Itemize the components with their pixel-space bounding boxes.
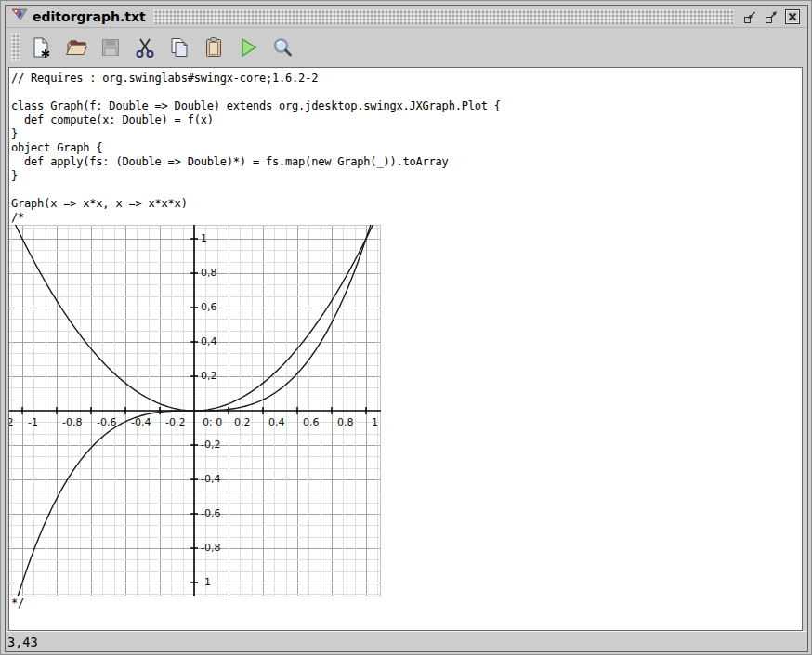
svg-text:-0,6: -0,6: [97, 416, 116, 428]
svg-text:-0,2: -0,2: [201, 439, 220, 451]
titlebar-texture[interactable]: [153, 9, 734, 24]
code-line: }: [11, 169, 802, 183]
toolbar: [6, 28, 807, 67]
app-icon: [10, 7, 29, 26]
paste-icon: [203, 36, 224, 59]
open-folder-icon: [65, 36, 88, 59]
copy-icon: [168, 36, 190, 59]
code-block-top: // Requires : org.swinglabs#swingx-core;…: [9, 68, 802, 225]
code-line: // Requires : org.swinglabs#swingx-core;…: [11, 72, 802, 85]
svg-text:-0,8: -0,8: [201, 542, 220, 554]
copy-button[interactable]: [166, 34, 192, 60]
code-line: object Graph {: [11, 141, 802, 155]
svg-text:-1,2: -1,2: [8, 416, 13, 428]
cut-icon: [134, 36, 156, 59]
svg-text:0,4: 0,4: [201, 335, 217, 347]
status-bar: 3,43: [6, 631, 807, 651]
save-button[interactable]: [98, 34, 124, 60]
close-button[interactable]: [784, 8, 801, 25]
cut-button[interactable]: [132, 34, 158, 60]
svg-text:0,2: 0,2: [234, 416, 251, 428]
svg-text:1: 1: [201, 232, 207, 244]
svg-text:0,6: 0,6: [303, 416, 320, 428]
svg-text:-1: -1: [201, 576, 211, 588]
function-plot: -1,2-1-0,8-0,6-0,4-0,20,20,40,60,8110,80…: [8, 225, 381, 596]
svg-text:-0,2: -0,2: [165, 416, 185, 428]
code-line: [11, 183, 802, 197]
svg-text:-0,6: -0,6: [201, 507, 220, 519]
code-line: def apply(fs: (Double => Double)*) = fs.…: [11, 155, 802, 169]
run-icon: [238, 36, 258, 59]
svg-text:0,8: 0,8: [201, 267, 217, 279]
code-line: [11, 85, 802, 99]
open-file-button[interactable]: [63, 34, 89, 60]
new-file-button[interactable]: [29, 34, 55, 60]
code-editor[interactable]: // Requires : org.swinglabs#swingx-core;…: [8, 67, 803, 631]
code-line: /*: [11, 211, 802, 225]
svg-text:0,2: 0,2: [201, 370, 217, 382]
code-line: }: [11, 127, 802, 141]
caret-position: 3,43: [7, 635, 38, 649]
title-bar[interactable]: editorgraph.txt: [6, 6, 807, 28]
code-line: class Graph(f: Double => Double) extends…: [11, 99, 802, 113]
svg-text:0,6: 0,6: [201, 301, 217, 313]
paste-button[interactable]: [201, 34, 227, 60]
code-line: */: [11, 596, 802, 610]
svg-text:0,4: 0,4: [268, 416, 285, 428]
new-file-icon: [31, 36, 53, 59]
svg-text:0,8: 0,8: [337, 416, 354, 428]
svg-text:-1: -1: [28, 416, 38, 428]
run-button[interactable]: [235, 34, 261, 60]
find-icon: [271, 36, 294, 59]
save-icon: [100, 37, 121, 58]
svg-text:-0,8: -0,8: [62, 416, 82, 428]
code-block-bottom: */: [9, 596, 802, 610]
code-line: Graph(x => x*x, x => x*x*x): [11, 197, 802, 211]
svg-text:0; 0: 0; 0: [203, 416, 222, 428]
window-title: editorgraph.txt: [33, 9, 146, 24]
window-frame: editorgraph.txt: [5, 5, 808, 652]
code-line: def compute(x: Double) = f(x): [11, 113, 802, 127]
svg-text:1: 1: [372, 416, 378, 428]
minimize-button[interactable]: [741, 8, 758, 25]
app-window: editorgraph.txt: [0, 0, 812, 655]
find-button[interactable]: [269, 34, 295, 60]
toolbar-grip[interactable]: [11, 33, 20, 61]
svg-text:-0,4: -0,4: [201, 473, 220, 485]
maximize-button[interactable]: [763, 8, 779, 25]
